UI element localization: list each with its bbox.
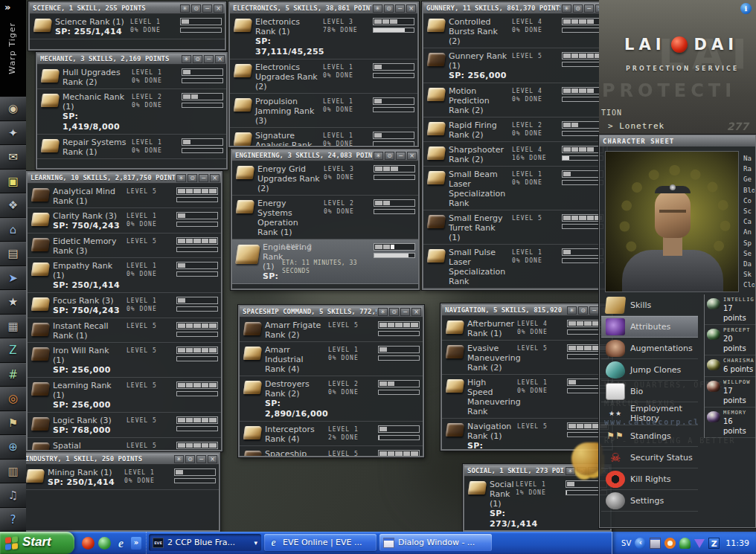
menu-item-standings[interactable]: ⚑⚑Standings [601, 425, 698, 447]
window-title-bar[interactable]: SCIENCE, 1 SKILL, 255 POINTS✳⊙−× [30, 3, 225, 14]
skill-row[interactable]: Science Rank (1)SP: 255/1,414LEVEL 10% D… [30, 14, 225, 39]
skill-row[interactable]: Evasive Maneuvering Rank (2)LEVEL 5 [442, 341, 612, 375]
channels-icon[interactable]: ♫ [0, 483, 26, 508]
start-button[interactable]: Start [0, 532, 74, 554]
skill-row[interactable]: Destroyers Rank (2)SP: 2,890/16,000LEVEL… [240, 376, 423, 422]
news-icon[interactable]: ▤ [0, 242, 26, 266]
zip-icon[interactable]: Z [708, 538, 720, 549]
skill-row[interactable]: Amarr Frigate Rank (2)LEVEL 5 [240, 318, 423, 342]
internet-explorer-icon[interactable] [115, 537, 127, 550]
menu-item-skills[interactable]: Skills [601, 294, 698, 316]
close-icon[interactable]: × [411, 308, 421, 316]
messenger-icon[interactable] [98, 537, 111, 550]
minimize-icon[interactable]: − [199, 174, 208, 182]
skill-row[interactable]: Instant Recall Rank (1)LEVEL 5 [28, 318, 221, 343]
close-icon[interactable]: × [208, 455, 217, 463]
skill-row[interactable]: Energy Systems Operation Rank (1)LEVEL 2… [232, 196, 418, 239]
people-places-icon[interactable]: ✦ [0, 121, 26, 146]
window-title-bar[interactable]: ELECTRONICS, 5 SKILLS, 38,861 POINTS✳⊙−× [230, 3, 417, 14]
fleet-icon[interactable]: ➤ [0, 266, 26, 291]
skill-row[interactable]: Interceptors Rank (4)LEVEL 12% DONE [240, 422, 423, 446]
pin-icon[interactable]: ✳ [374, 152, 383, 160]
quicklaunch-overflow-chevron[interactable]: » [131, 537, 141, 550]
skill-row[interactable]: Controlled Bursts Rank (2)LEVEL 40% DONE [423, 14, 606, 48]
skill-row[interactable]: Motion Prediction Rank (2)LEVEL 40% DONE [423, 83, 606, 117]
pin-icon[interactable]: ✳ [182, 55, 191, 63]
network-icon[interactable] [650, 538, 661, 549]
skill-row[interactable]: Empathy Rank (1)SP: 250/1,414LEVEL 10% D… [28, 258, 221, 293]
taskbar-window-button[interactable]: EVE Online | EVE ... [264, 534, 377, 551]
mail-icon[interactable]: ✉ [0, 145, 26, 170]
assets-icon[interactable]: ⌂ [0, 218, 26, 242]
skill-row[interactable]: Electronics Rank (1)SP: 37,111/45,255LEV… [230, 14, 417, 59]
window-title-bar[interactable]: GUNNERY, 11 SKILLS, 861,370 POINTS✳⊙−× [423, 3, 606, 14]
close-icon[interactable]: × [406, 4, 416, 13]
ring-icon[interactable] [664, 538, 676, 549]
taskbar-window-button[interactable]: Dialog Window - ... [379, 534, 492, 551]
skill-row[interactable]: Small Pulse Laser Specialization RankLEV… [423, 245, 606, 289]
neocom-expand-chevron-icon[interactable]: » [4, 1, 10, 13]
pin-icon[interactable]: ✳ [180, 4, 190, 13]
skill-row[interactable]: Spatial Awareness Rank (1)LEVEL 5 [28, 438, 221, 451]
close-icon[interactable]: × [214, 4, 223, 13]
minimize-icon[interactable]: − [196, 455, 206, 463]
pin-icon[interactable]: ✳ [174, 455, 184, 463]
pin-icon[interactable]: ✳ [378, 308, 388, 316]
hangar-icon[interactable]: ❖ [0, 193, 26, 218]
standings-icon[interactable]: ⚑ [0, 411, 26, 436]
skill-row[interactable]: Small Energy Turret Rank (1)LEVEL 5 [423, 210, 606, 245]
window-title-bar[interactable]: ENGINEERING, 3 SKILLS, 24,083 POINTS✳⊙−× [232, 150, 418, 161]
skill-row[interactable]: Iron Will Rank (1)SP: 256,000LEVEL 5 [28, 343, 221, 378]
station-location-link[interactable]: > Lonetrek [608, 121, 664, 131]
pin-icon[interactable]: ✳ [176, 174, 186, 182]
window-title-bar[interactable]: MECHANIC, 3 SKILLS, 2,169 POINTS✳⊙−× [37, 54, 226, 65]
character-icon[interactable]: ◉ [0, 97, 26, 121]
compact-icon[interactable]: ⊙ [185, 455, 195, 463]
skill-row[interactable]: Hull Upgrades Rank (2)LEVEL 10% DONE [37, 65, 226, 89]
menu-item-kill-rights[interactable]: Kill Rights [601, 468, 698, 490]
info-help-icon[interactable]: ? [0, 508, 26, 532]
compact-icon[interactable]: ⊙ [193, 55, 202, 63]
notepad-icon[interactable]: ▣ [0, 170, 26, 194]
vault-icon[interactable]: ▦ [0, 315, 26, 339]
compact-icon[interactable]: ⊙ [578, 306, 588, 315]
window-title-bar[interactable]: SPACESHIP COMMAND, 5 SKILLS, 772,9✳⊙−× [240, 306, 423, 318]
compact-icon[interactable]: ⊙ [191, 4, 201, 13]
window-title-bar[interactable]: CHARACTER SHEET [600, 135, 755, 146]
skill-row[interactable]: Logic Rank (3)SP: 768,000LEVEL 5 [28, 413, 221, 438]
window-title-bar[interactable]: LEARNING, 10 SKILLS, 2,817,750 POINT✳⊙−× [28, 173, 221, 184]
compact-icon[interactable]: ⊙ [573, 4, 583, 13]
skill-row[interactable]: Analytical Mind Rank (1)LEVEL 5 [28, 184, 221, 208]
window-title-bar[interactable]: NAVIGATION, 5 SKILLS, 815,920 POINTS✳⊙−× [442, 305, 612, 316]
download-tri-icon[interactable] [694, 539, 705, 548]
skill-row[interactable]: Rapid Firing Rank (2)LEVEL 20% DONE [423, 117, 606, 142]
skill-row[interactable]: Learning Rank (1)SP: 256,000LEVEL 5 [28, 378, 221, 413]
compact-icon[interactable]: ⊙ [385, 152, 394, 160]
skill-row[interactable]: Electronics Upgrades Rank (2)LEVEL 10% D… [230, 59, 417, 94]
pin-icon[interactable]: ✳ [373, 4, 382, 13]
menu-item-jump-clones[interactable]: Jump Clones [601, 359, 698, 381]
user-status-icon[interactable] [679, 538, 691, 549]
skill-row[interactable]: Eidetic Memory Rank (3)LEVEL 5 [28, 233, 221, 258]
minimize-icon[interactable]: − [584, 4, 594, 13]
close-icon[interactable]: × [407, 152, 417, 160]
skill-row[interactable]: Clarity Rank (3)SP: 750/4,243LEVEL 10% D… [28, 208, 221, 233]
minimize-icon[interactable]: − [202, 4, 212, 13]
skill-row[interactable]: Engineering Rank (1)SP:LEVEL 2ETA: 11 MI… [232, 239, 418, 284]
close-icon[interactable]: × [210, 174, 220, 182]
minimize-icon[interactable]: − [589, 306, 599, 315]
skill-row[interactable]: Repair Systems Rank (1)LEVEL 10% DONE [37, 135, 226, 159]
info-icon[interactable]: i [740, 3, 752, 14]
menu-item-attributes[interactable]: Attributes [601, 316, 698, 338]
skill-row[interactable]: Signature Analysis Rank (1)LEVEL 10% DON… [230, 128, 417, 147]
skill-row[interactable]: Gunnery Rank (1)SP: 256,000LEVEL 5 [423, 48, 606, 83]
map-icon[interactable]: ⊕ [0, 435, 26, 460]
skill-row[interactable]: Small Beam Laser Specialization RankLEVE… [423, 167, 606, 210]
taskbar-window-button[interactable]: 2 CCP Blue Fra...▾ [149, 534, 261, 551]
skill-row[interactable]: Afterburner Rank (1)LEVEL 40% DONE [442, 316, 612, 341]
market-icon[interactable]: # [0, 363, 26, 387]
minimize-icon[interactable]: − [400, 308, 410, 316]
compact-icon[interactable]: ⊙ [389, 308, 399, 316]
menu-item-employment-history[interactable]: ★★Employment History [601, 402, 698, 425]
skill-row[interactable]: Surgical Strike Rank (4)LEVEL 10% DONE [423, 289, 606, 290]
